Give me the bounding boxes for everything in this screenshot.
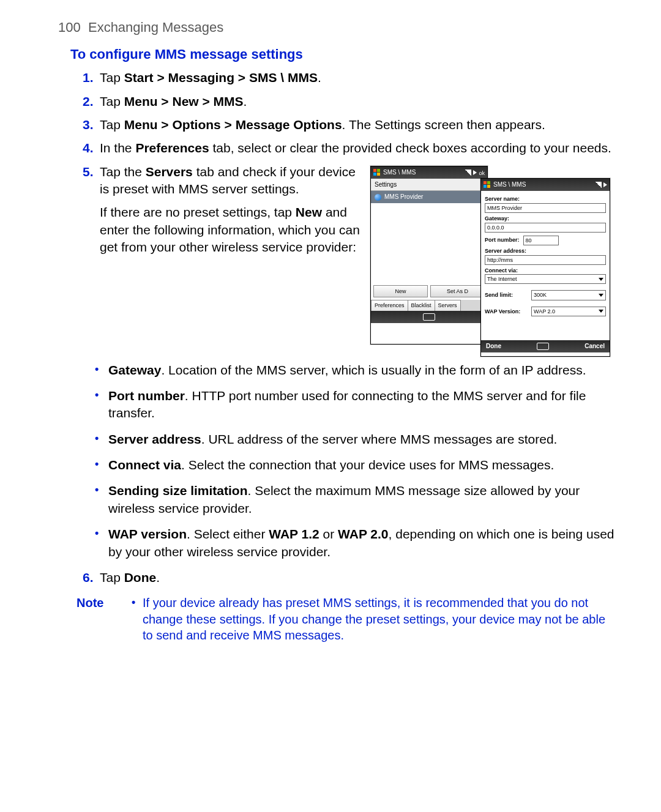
chapter-title: Exchanging Messages (88, 20, 223, 35)
keyboard-icon[interactable] (423, 313, 435, 321)
port-input[interactable]: 80 (523, 236, 559, 245)
server-list-item[interactable]: MMS Provider (371, 191, 487, 203)
signal-icon (465, 169, 471, 176)
settings-window-servers: SMS \ MMS ok Settings MMS Provider (370, 166, 488, 345)
page-header: 100 Exchanging Messages (58, 18, 615, 37)
step-body: Tap Menu > Options > Message Options. Th… (100, 116, 615, 133)
note-label: Note (77, 595, 132, 643)
bottom-bar (371, 311, 487, 323)
server-name-input[interactable]: MMS Provider (485, 203, 606, 213)
server-edit-window: SMS \ MMS Server name: MMS Provider Gate… (480, 178, 610, 357)
bullet-icon: • (95, 387, 108, 422)
globe-icon (375, 194, 381, 201)
port-label: Port number: (485, 236, 520, 244)
tab-servers[interactable]: Servers (435, 300, 461, 310)
status-tray (596, 182, 607, 188)
server-list-label: MMS Provider (384, 193, 423, 201)
screenshot-composite: SMS \ MMS ok Settings MMS Provider (370, 166, 615, 356)
step-number: 6. (83, 569, 100, 586)
bullet-body: Server address. URL address of the serve… (108, 431, 615, 448)
window-subtitle: Settings (371, 179, 487, 192)
done-button[interactable]: Done (486, 342, 501, 351)
step-number: 2. (83, 93, 100, 110)
bullet-body: Connect via. Select the connection that … (108, 456, 615, 474)
window-title: SMS \ MMS (493, 181, 526, 189)
server-name-label: Server name: (485, 195, 606, 203)
chevron-down-icon (599, 278, 603, 281)
chevron-down-icon (599, 310, 603, 313)
new-button[interactable]: New (373, 285, 428, 297)
section-heading: To configure MMS message settings (70, 45, 615, 64)
tab-preferences[interactable]: Preferences (371, 300, 408, 310)
send-limit-select[interactable]: 300K (531, 290, 606, 300)
volume-icon (603, 182, 607, 187)
note-block: Note • If your device already has preset… (77, 595, 615, 643)
keyboard-icon[interactable] (537, 343, 549, 350)
step-number: 3. (83, 116, 100, 133)
step-body: Tap Menu > New > MMS. (100, 93, 615, 110)
status-tray: ok (465, 169, 485, 176)
titlebar: SMS \ MMS (481, 179, 610, 191)
gateway-label: Gateway: (485, 215, 606, 222)
gateway-input[interactable]: 0.0.0.0 (485, 223, 606, 233)
step-number: 1. (83, 69, 100, 86)
step-body: Tap Done. (100, 569, 615, 586)
bullet-icon: • (95, 456, 108, 474)
step-body: In the Preferences tab, select or clear … (100, 140, 615, 157)
bullet-icon: • (95, 431, 108, 448)
bullet-body: Port number. HTTP port number used for c… (108, 387, 615, 422)
signal-icon (596, 182, 602, 188)
connect-via-label: Connect via: (485, 267, 606, 274)
bottom-bar: Done Cancel (481, 340, 610, 352)
windows-flag-icon (373, 169, 381, 176)
bullet-icon: • (95, 482, 108, 517)
step-body: Tap the Servers tab and check if your de… (100, 163, 364, 256)
page-number: 100 (58, 20, 81, 35)
connect-via-select[interactable]: The Internet (485, 274, 606, 284)
bullet-body: Gateway. Location of the MMS server, whi… (108, 362, 615, 379)
set-default-button[interactable]: Set As D (430, 285, 485, 297)
bullet-icon: • (95, 362, 108, 379)
cancel-button[interactable]: Cancel (584, 342, 605, 351)
bullet-body: WAP version. Select either WAP 1.2 or WA… (108, 526, 615, 561)
tab-blacklist[interactable]: Blacklist (408, 300, 435, 310)
step-number: 5. (83, 163, 100, 181)
send-limit-label: Send limit: (485, 291, 528, 299)
step-number: 4. (83, 140, 100, 157)
server-address-input[interactable]: http://mms (485, 255, 606, 265)
bullet-body: Sending size limitation. Select the maxi… (108, 482, 615, 517)
step-body: Tap Start > Messaging > SMS \ MMS. (100, 69, 615, 86)
chevron-down-icon (599, 294, 603, 297)
note-text: If your device already has preset MMS se… (143, 595, 615, 643)
bullet-icon: • (95, 526, 108, 561)
windows-flag-icon (484, 181, 491, 188)
bullet-icon: • (132, 595, 143, 643)
manual-page: 100 Exchanging Messages To configure MMS… (0, 0, 661, 812)
server-address-label: Server address: (485, 247, 606, 255)
wap-version-label: WAP Version: (485, 308, 528, 315)
volume-icon (473, 170, 477, 175)
wap-version-select[interactable]: WAP 2.0 (531, 307, 606, 316)
server-list[interactable]: MMS Provider (371, 191, 487, 283)
ok-icon: ok (479, 169, 485, 176)
window-title: SMS \ MMS (383, 168, 416, 177)
titlebar: SMS \ MMS ok (371, 166, 487, 179)
